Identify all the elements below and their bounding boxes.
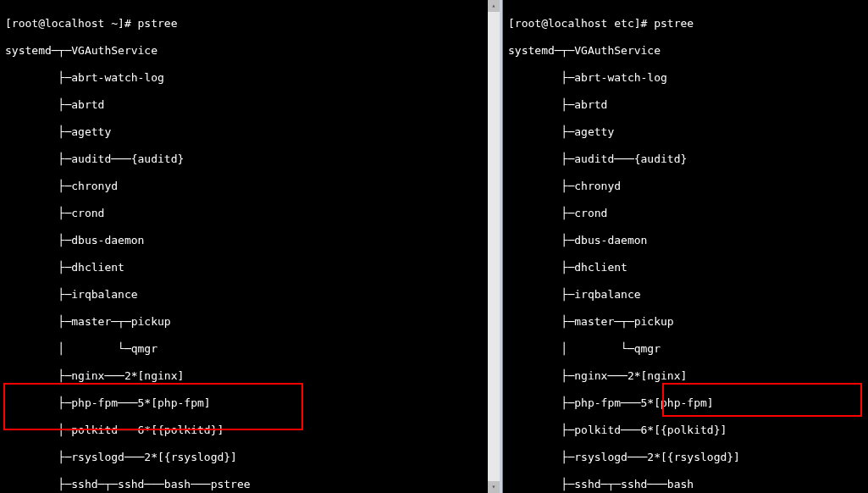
scroll-down-icon[interactable]: ▾ [488,481,500,493]
pstree-line: ├─irqbalance [5,288,495,302]
pstree-line: ├─nginx───2*[nginx] [508,369,863,383]
pstree-line: ├─irqbalance [508,288,863,302]
pstree-line: ├─dhclient [5,261,495,274]
pstree-line: ├─dbus-daemon [5,234,495,247]
pstree-line: ├─chronyd [508,180,863,193]
terminal-left[interactable]: [root@localhost ~]# pstree systemd─┬─VGA… [0,0,502,493]
pstree-line: ├─sshd─┬─sshd───bash [508,478,863,491]
scroll-up-icon[interactable]: ▴ [488,0,500,12]
terminal-right-content: [root@localhost etc]# pstree systemd─┬─V… [503,0,868,493]
scrollbar-left[interactable]: ▴ ▾ [488,0,500,493]
pstree-line: ├─auditd───{auditd} [508,152,863,166]
pstree-line: ├─chronyd [5,180,495,193]
pstree-line: ├─sshd─┬─sshd───bash───pstree [5,478,495,491]
pstree-line: systemd─┬─VGAuthService [508,44,863,58]
prompt: [root@localhost etc]# [508,17,654,30]
pstree-line: systemd─┬─VGAuthService [5,44,495,58]
pstree-line: │ └─qmgr [5,342,495,356]
pstree-line: ├─crond [5,207,495,220]
pstree-line: │ └─qmgr [508,342,863,356]
pstree-line: ├─nginx───2*[nginx] [5,369,495,383]
pstree-line: ├─agetty [508,125,863,139]
pstree-line: ├─abrtd [508,98,863,112]
command-text: pstree [138,17,178,30]
command-text: pstree [654,17,694,30]
pstree-line: ├─abrtd [5,98,495,112]
pstree-line: ├─abrt-watch-log [5,71,495,85]
terminal-left-content: [root@localhost ~]# pstree systemd─┬─VGA… [0,0,500,493]
pstree-line: ├─dbus-daemon [508,234,863,247]
pstree-line: ├─polkitd───6*[{polkitd}] [5,424,495,437]
pstree-line: ├─agetty [5,125,495,139]
pstree-line: ├─master─┬─pickup [5,315,495,329]
prompt: [root@localhost ~]# [5,17,138,30]
cmd-line: [root@localhost ~]# pstree [5,17,495,30]
pstree-line: ├─polkitd───6*[{polkitd}] [508,424,863,437]
terminal-right[interactable]: [root@localhost etc]# pstree systemd─┬─V… [502,0,868,493]
pstree-line: ├─master─┬─pickup [508,315,863,329]
pstree-line: ├─rsyslogd───2*[{rsyslogd}] [508,451,863,464]
pstree-line: ├─auditd───{auditd} [5,152,495,166]
split-view: [root@localhost ~]# pstree systemd─┬─VGA… [0,0,868,493]
pstree-line: ├─crond [508,207,863,220]
pstree-line: ├─php-fpm───5*[php-fpm] [508,396,863,410]
pstree-line: ├─php-fpm───5*[php-fpm] [5,396,495,410]
pstree-line: ├─abrt-watch-log [508,71,863,85]
pstree-line: ├─rsyslogd───2*[{rsyslogd}] [5,451,495,464]
cmd-line: [root@localhost etc]# pstree [508,17,863,30]
pstree-line: ├─dhclient [508,261,863,274]
